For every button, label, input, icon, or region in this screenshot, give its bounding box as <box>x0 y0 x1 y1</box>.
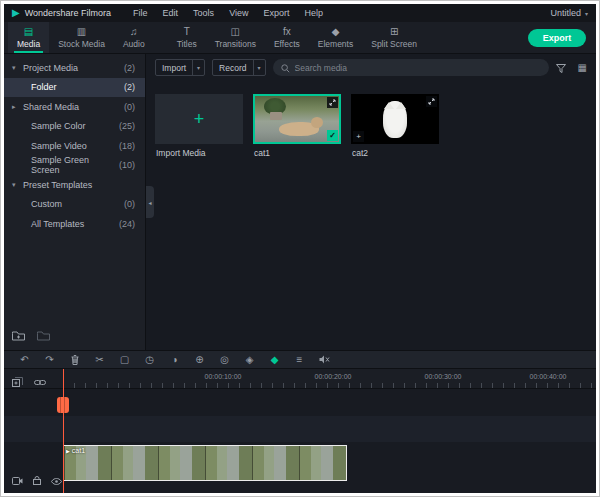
undo-icon[interactable]: ↶ <box>12 355 37 365</box>
new-folder-icon[interactable] <box>12 327 25 345</box>
import-label: Import <box>156 60 192 75</box>
import-media-tile[interactable]: + Import Media <box>155 94 243 158</box>
cat2-thumbnail[interactable]: + <box>351 94 439 144</box>
redo-icon[interactable]: ↷ <box>37 355 62 365</box>
menu-tools[interactable]: Tools <box>188 8 219 18</box>
screenshot-frame: ▶ Wondershare Filmora File Edit Tools Vi… <box>0 0 600 497</box>
timeline-ruler[interactable]: 00:00:10:00 00:00:20:00 00:00:30:00 00:0… <box>4 369 596 389</box>
menu-view[interactable]: View <box>224 8 253 18</box>
sidebar-item-all-templates[interactable]: All Templates (24) <box>4 214 145 234</box>
sidebar-item-sample-green-screen[interactable]: Sample Green Screen (10) <box>4 156 145 176</box>
add-to-timeline-icon[interactable]: + <box>353 131 364 142</box>
tab-elements[interactable]: ◆ Elements <box>309 22 362 53</box>
tree-open-icon[interactable]: ▾ <box>12 181 23 189</box>
import-dropdown[interactable]: Import ▾ <box>155 59 205 76</box>
sidebar-item-label: All Templates <box>31 219 84 229</box>
sidebar-collapse-handle[interactable]: ◂ <box>146 186 154 218</box>
eye-visibility-icon[interactable] <box>51 471 62 489</box>
sidebar-item-project-media[interactable]: ▾ Project Media (2) <box>4 58 145 78</box>
menu-export[interactable]: Export <box>258 8 294 18</box>
mute-icon[interactable] <box>312 355 337 365</box>
tab-stock-media[interactable]: ▥ Stock Media <box>49 22 114 53</box>
tab-audio[interactable]: ♫ Audio <box>114 22 154 53</box>
media-item-cat1[interactable]: ✓ cat1 <box>253 94 341 158</box>
tab-label: Transitions <box>215 39 256 49</box>
sidebar-item-shared-media[interactable]: ▸ Shared Media (0) <box>4 97 145 117</box>
crop-icon[interactable]: ▢ <box>112 355 137 365</box>
sidebar-item-sample-video[interactable]: Sample Video (18) <box>4 136 145 156</box>
delete-folder-icon[interactable] <box>37 327 50 345</box>
titles-icon: T <box>184 27 190 37</box>
project-name-menu[interactable]: Untitled ▾ <box>550 8 588 18</box>
selected-check-icon[interactable]: ✓ <box>327 130 338 141</box>
tree-closed-icon[interactable]: ▸ <box>12 103 23 111</box>
sidebar-item-folder[interactable]: Folder (2) <box>4 78 145 98</box>
ruler-timestamp: 00:00:10:00 <box>205 373 242 380</box>
preview-expand-icon[interactable] <box>327 97 338 108</box>
media-folder-icon: ▤ <box>24 27 33 37</box>
plus-icon: + <box>155 94 243 144</box>
tab-transitions[interactable]: ◫ Transitions <box>206 22 265 53</box>
keyframe-icon[interactable]: ◆ <box>262 355 287 365</box>
snap-link-icon[interactable] <box>34 373 46 391</box>
chroma-key-icon[interactable]: ⊕ <box>187 355 212 365</box>
tab-label: Media <box>17 39 40 49</box>
tab-titles[interactable]: T Titles <box>168 22 206 53</box>
speed-clock-icon[interactable]: ◷ <box>137 355 162 365</box>
project-name-label: Untitled <box>550 8 581 18</box>
media-search[interactable] <box>273 59 549 76</box>
clip-name: cat1 <box>72 447 85 454</box>
menu-help[interactable]: Help <box>300 8 329 18</box>
filmora-window: ▶ Wondershare Filmora File Edit Tools Vi… <box>4 4 596 493</box>
clip-play-icon: ▶ <box>66 448 70 454</box>
timeline-area: 00:00:10:00 00:00:20:00 00:00:30:00 00:0… <box>4 369 596 493</box>
item-count: (10) <box>119 160 135 170</box>
tab-media[interactable]: ▤ Media <box>8 22 49 53</box>
chevron-down-icon[interactable]: ▾ <box>253 60 265 75</box>
split-scissors-icon[interactable]: ✂ <box>87 355 112 365</box>
delete-icon[interactable] <box>62 354 87 364</box>
lock-track-icon[interactable] <box>33 471 41 489</box>
cat2-cat-art <box>383 101 407 138</box>
filter-icon[interactable] <box>556 59 566 77</box>
empty-track[interactable] <box>4 416 596 442</box>
search-input[interactable] <box>295 63 541 73</box>
video-track-controls <box>12 471 62 489</box>
export-button[interactable]: Export <box>528 29 586 47</box>
media-item-cat2[interactable]: + cat2 <box>351 94 439 158</box>
sidebar-item-preset-templates[interactable]: ▾ Preset Templates <box>4 175 145 195</box>
color-correction-icon[interactable]: ◑ <box>162 355 187 365</box>
menu-edit[interactable]: Edit <box>158 8 184 18</box>
elements-icon: ◆ <box>332 27 340 37</box>
media-panel-header: Import ▾ Record ▾ ▦ <box>146 54 596 81</box>
sidebar-item-sample-color[interactable]: Sample Color (25) <box>4 117 145 137</box>
main-area: ▾ Project Media (2) Folder (2) ▸ Shared … <box>4 54 596 350</box>
tab-label: Audio <box>123 39 145 49</box>
grid-view-icon[interactable]: ▦ <box>578 63 587 73</box>
tree-open-icon[interactable]: ▾ <box>12 64 23 72</box>
tile-label: cat2 <box>351 144 439 158</box>
chevron-down-icon[interactable]: ▾ <box>192 60 204 75</box>
playhead-line[interactable] <box>63 369 64 493</box>
sidebar-item-label: Project Media <box>23 63 78 73</box>
timeline-clip-cat1[interactable]: ▶ cat1 <box>63 445 347 481</box>
tab-label: Titles <box>177 39 197 49</box>
sidebar-item-custom[interactable]: Custom (0) <box>4 195 145 215</box>
audio-mixer-icon[interactable]: ≡ <box>287 355 312 365</box>
tab-split-screen[interactable]: ⊞ Split Screen <box>362 22 426 53</box>
tile-label: cat1 <box>253 144 341 158</box>
sidebar-item-label: Custom <box>31 199 62 209</box>
record-dropdown[interactable]: Record ▾ <box>212 59 265 76</box>
tab-label: Effects <box>274 39 300 49</box>
preview-expand-icon[interactable] <box>426 96 437 107</box>
menu-file[interactable]: File <box>128 8 153 18</box>
import-media-thumb[interactable]: + <box>155 94 243 144</box>
playhead-handle[interactable] <box>57 397 69 413</box>
add-track-icon[interactable] <box>12 373 23 391</box>
tab-effects[interactable]: fx Effects <box>265 22 309 53</box>
motion-tracking-icon[interactable]: ◈ <box>237 355 262 365</box>
cat1-cat-head-art <box>311 117 323 128</box>
track-type-icon[interactable] <box>12 471 23 489</box>
pan-zoom-icon[interactable]: ◎ <box>212 355 237 365</box>
cat1-thumbnail[interactable]: ✓ <box>253 94 341 144</box>
